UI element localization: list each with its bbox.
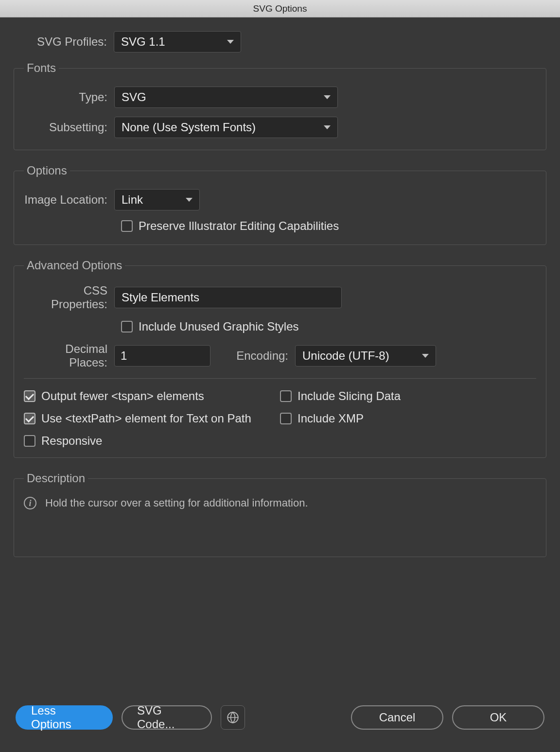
- info-icon: i: [24, 497, 36, 509]
- window-title: SVG Options: [253, 3, 307, 14]
- svg-profiles-select[interactable]: SVG 1.1: [114, 31, 241, 52]
- globe-preview-button[interactable]: [221, 705, 245, 730]
- cancel-label: Cancel: [379, 711, 416, 724]
- ok-label: OK: [490, 711, 507, 724]
- include-xmp-label: Include XMP: [298, 412, 364, 425]
- include-unused-label: Include Unused Graphic Styles: [139, 320, 299, 333]
- description-text: Hold the cursor over a setting for addit…: [45, 497, 308, 509]
- image-location-label: Image Location:: [24, 193, 114, 207]
- include-unused-checkbox[interactable]: Include Unused Graphic Styles: [121, 320, 299, 333]
- options-legend: Options: [24, 164, 70, 177]
- include-slicing-checkbox[interactable]: Include Slicing Data: [280, 389, 536, 403]
- include-slicing-label: Include Slicing Data: [298, 389, 401, 403]
- footer: Less Options SVG Code... Cancel OK: [14, 695, 546, 742]
- fonts-legend: Fonts: [24, 61, 59, 75]
- responsive-checkbox[interactable]: Responsive: [24, 434, 280, 448]
- chevron-down-icon: [227, 40, 234, 44]
- encoding-value: Unicode (UTF-8): [302, 349, 389, 363]
- cancel-button[interactable]: Cancel: [351, 705, 443, 730]
- decimal-places-value: 1: [121, 349, 127, 363]
- globe-icon: [227, 711, 239, 724]
- font-type-select[interactable]: SVG: [114, 87, 338, 108]
- css-properties-select[interactable]: Style Elements: [114, 287, 342, 308]
- output-tspan-label: Output fewer <tspan> elements: [41, 389, 204, 403]
- chevron-down-icon: [324, 95, 331, 99]
- font-type-label: Type:: [24, 90, 114, 104]
- use-textpath-label: Use <textPath> element for Text on Path: [41, 412, 251, 425]
- css-properties-label: CSS Properties:: [24, 284, 114, 311]
- svg-code-label: SVG Code...: [137, 704, 196, 731]
- responsive-label: Responsive: [41, 434, 102, 448]
- description-group: Description i Hold the cursor over a set…: [14, 472, 546, 557]
- svg-profiles-value: SVG 1.1: [121, 35, 165, 49]
- output-tspan-checkbox[interactable]: Output fewer <tspan> elements: [24, 389, 280, 403]
- less-options-label: Less Options: [31, 704, 97, 731]
- decimal-places-label: Decimal Places:: [24, 342, 114, 369]
- font-subsetting-label: Subsetting:: [24, 121, 114, 134]
- fonts-group: Fonts Type: SVG Subsetting: None (Use Sy…: [14, 61, 546, 150]
- use-textpath-checkbox[interactable]: Use <textPath> element for Text on Path: [24, 412, 280, 425]
- chevron-down-icon: [324, 125, 331, 129]
- svg-code-button[interactable]: SVG Code...: [122, 705, 212, 730]
- font-subsetting-value: None (Use System Fonts): [122, 121, 256, 134]
- chevron-down-icon: [422, 354, 429, 358]
- image-location-value: Link: [122, 193, 143, 207]
- ok-button[interactable]: OK: [452, 705, 544, 730]
- divider: [24, 378, 536, 379]
- css-properties-value: Style Elements: [122, 291, 199, 304]
- font-subsetting-select[interactable]: None (Use System Fonts): [114, 117, 338, 138]
- chevron-down-icon: [186, 198, 192, 202]
- encoding-select[interactable]: Unicode (UTF-8): [295, 345, 436, 367]
- font-type-value: SVG: [122, 90, 146, 104]
- description-legend: Description: [24, 472, 88, 485]
- image-location-select[interactable]: Link: [114, 189, 200, 210]
- preserve-editing-checkbox[interactable]: Preserve Illustrator Editing Capabilitie…: [121, 219, 339, 233]
- svg-profiles-label: SVG Profiles:: [14, 35, 114, 49]
- advanced-options-group: Advanced Options CSS Properties: Style E…: [14, 259, 546, 458]
- window-titlebar: SVG Options: [0, 0, 560, 17]
- options-group: Options Image Location: Link Preserve Il…: [14, 164, 546, 245]
- advanced-legend: Advanced Options: [24, 259, 125, 272]
- preserve-editing-label: Preserve Illustrator Editing Capabilitie…: [139, 219, 339, 233]
- svg-profiles-row: SVG Profiles: SVG 1.1: [14, 31, 546, 52]
- include-xmp-checkbox[interactable]: Include XMP: [280, 412, 536, 425]
- less-options-button[interactable]: Less Options: [16, 705, 113, 730]
- encoding-label: Encoding:: [222, 349, 295, 363]
- decimal-places-input[interactable]: 1: [114, 345, 210, 367]
